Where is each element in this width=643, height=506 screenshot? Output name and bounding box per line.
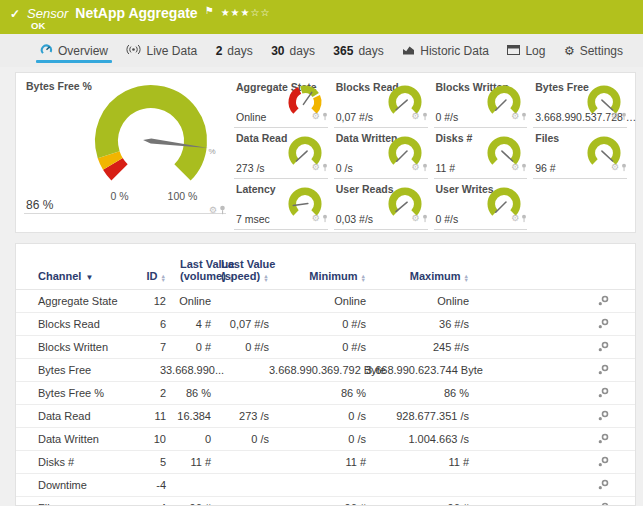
pin-icon[interactable] (422, 158, 428, 176)
gauge-tile-bytes-free-pct[interactable]: Bytes Free % %0 %100 % 86 % ⚙ (16, 73, 234, 232)
tab-live-data[interactable]: Live Data (120, 34, 203, 67)
column-header-channel[interactable]: Channel▼ (16, 252, 144, 290)
gauge-settings-gear-icon[interactable]: ⚙ (611, 163, 619, 172)
column-header-label: ID (147, 270, 158, 282)
minimum-value: 0 #/s (269, 313, 366, 336)
pin-icon[interactable] (219, 201, 226, 219)
gauge-value: 0 #/s (436, 213, 459, 225)
pin-icon[interactable] (521, 158, 527, 176)
pin-icon[interactable] (422, 209, 428, 227)
channel-edit-icon[interactable] (598, 433, 609, 446)
table-row-blocks-read: Blocks Read64 #0,07 #/s0 #/s36 #/s (16, 313, 636, 336)
channel-edit-icon[interactable] (598, 479, 609, 492)
last-value-volume: 11 # (166, 451, 211, 474)
pin-icon[interactable] (422, 107, 428, 125)
table-row-blocks-written: Blocks Written70 #0 #/s0 #/s245 #/s (16, 336, 636, 359)
channel-actions (469, 497, 636, 506)
tab-label: days (290, 44, 315, 58)
channel-name: Data Written (16, 428, 144, 451)
sensor-name: NetApp Aggregate (75, 5, 197, 21)
pin-icon[interactable] (322, 158, 328, 176)
channel-edit-icon[interactable] (598, 318, 609, 331)
pin-icon[interactable] (322, 209, 328, 227)
tab-overview[interactable]: Overview (34, 34, 114, 67)
sort-arrows-icon: ▲▼ (361, 274, 366, 282)
svg-text:0 %: 0 % (110, 190, 128, 202)
pin-icon[interactable] (621, 107, 627, 125)
gauge-tile-files[interactable]: Files96 #⚙ (533, 130, 627, 179)
tab-label: Settings (580, 44, 623, 58)
channel-edit-icon[interactable] (598, 364, 609, 377)
last-value-volume: Online (166, 290, 211, 313)
column-header-minimum[interactable]: Minimum▲▼ (269, 252, 366, 290)
column-header-maximum[interactable]: Maximum▲▼ (366, 252, 469, 290)
gauge-tile-blocks-read[interactable]: Blocks Read0,07 #/s⚙ (334, 79, 428, 128)
gauge-settings-gear-icon[interactable]: ⚙ (511, 214, 519, 223)
channel-edit-icon[interactable] (598, 295, 609, 308)
channel-edit-icon[interactable] (598, 502, 609, 506)
tab-log[interactable]: Log (501, 34, 551, 67)
tab-30-days[interactable]: 30days (265, 34, 321, 67)
channel-edit-icon[interactable] (598, 341, 609, 354)
gauge-settings-gear-icon[interactable]: ⚙ (411, 163, 419, 172)
tab-bar: OverviewLive Data2days30days365daysHisto… (0, 34, 643, 67)
gauge-settings-gear-icon[interactable]: ⚙ (511, 163, 519, 172)
gauge-settings-gear-icon[interactable]: ⚙ (312, 214, 320, 223)
minimum-value: 0 /s (269, 405, 366, 428)
channel-id: 5 (144, 451, 166, 474)
gauge-tile-user-reads[interactable]: User Reads0,03 #/s⚙ (334, 181, 428, 230)
gauge-settings-gear-icon[interactable]: ⚙ (312, 163, 320, 172)
channel-actions (469, 428, 636, 451)
gauge-settings-gear-icon[interactable]: ⚙ (209, 206, 217, 215)
minimum-value: Online (269, 290, 366, 313)
gauge-settings-gear-icon[interactable]: ⚙ (312, 112, 320, 121)
settings-icon: ⚙ (564, 44, 575, 58)
gauge-tile-data-written[interactable]: Data Written0 /s⚙ (334, 130, 428, 179)
sort-arrows-icon: ▲▼ (263, 274, 268, 282)
object-kind-label: Sensor (27, 6, 68, 21)
gauge-tile-data-read[interactable]: Data Read273 /s⚙ (234, 130, 328, 179)
gauge-settings-gear-icon[interactable]: ⚙ (511, 112, 519, 121)
channel-edit-icon[interactable] (598, 387, 609, 400)
gauge-tile-latency[interactable]: Latency7 msec⚙ (234, 181, 328, 230)
column-header-id[interactable]: ID▲▼ (144, 252, 166, 290)
gauge-tile-blocks-written[interactable]: Blocks Written0 #/s⚙ (434, 79, 528, 128)
maximum-value: Online (366, 290, 469, 313)
pin-icon[interactable] (621, 158, 627, 176)
gauge-settings-gear-icon[interactable]: ⚙ (411, 112, 419, 121)
table-row-files: Files496 #96 #96 # (16, 497, 636, 506)
channel-name: Disks # (16, 451, 144, 474)
gauge-tile-aggregate-state[interactable]: Aggregate StateOnline⚙ (234, 79, 328, 128)
sort-desc-icon: ▼ (85, 273, 93, 282)
pin-icon[interactable] (322, 107, 328, 125)
channel-id: 4 (144, 497, 166, 506)
tab-historic-data[interactable]: Historic Data (396, 34, 495, 67)
channel-edit-icon[interactable] (598, 456, 609, 469)
gauge-tile-bytes-free[interactable]: Bytes Free3.668.990.537.728 …⚙ (533, 79, 627, 128)
pin-icon[interactable] (521, 209, 527, 227)
priority-stars[interactable]: ★★★☆☆ (221, 7, 271, 18)
pin-icon[interactable] (521, 107, 527, 125)
channel-edit-icon[interactable] (598, 410, 609, 423)
gauge-tile-user-writes[interactable]: User Writes0 #/s⚙ (434, 181, 528, 230)
live-data-icon (126, 44, 141, 58)
gauge-title: Data Read (236, 132, 287, 144)
column-header-last-value-volume[interactable]: Last Value (volume)▲▼ (166, 252, 211, 290)
last-value-speed (211, 382, 269, 405)
tab-label: Historic Data (420, 44, 489, 58)
channel-name: Files (16, 497, 144, 506)
gauge-value: 11 # (436, 162, 456, 174)
gauge-tile-disks-num[interactable]: Disks #11 #⚙ (434, 130, 528, 179)
tab-settings[interactable]: ⚙Settings (558, 34, 629, 67)
minimum-value: 3.668.990.369.792 Byte (269, 359, 366, 382)
flag-icon[interactable]: ⚑ (205, 5, 214, 16)
channel-id: -4 (144, 474, 166, 497)
tab-365-days[interactable]: 365days (327, 34, 389, 67)
gauge-settings-gear-icon[interactable]: ⚙ (611, 112, 619, 121)
gauge-settings-gear-icon[interactable]: ⚙ (411, 214, 419, 223)
last-value-volume: 3.668.990... (166, 359, 211, 382)
gauge-value: Online (236, 111, 266, 123)
gauge-value: 0 /s (336, 162, 353, 174)
column-header-label: Minimum (309, 270, 357, 282)
tab-2-days[interactable]: 2days (210, 34, 259, 67)
